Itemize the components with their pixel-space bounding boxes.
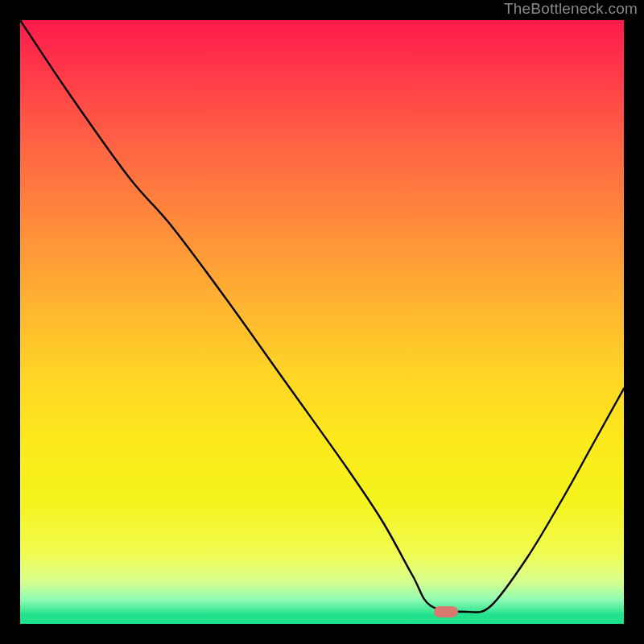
chart-frame: TheBottleneck.com (0, 0, 644, 644)
bottleneck-curve (20, 20, 624, 624)
chart-plot-area (20, 20, 624, 624)
curve-path (20, 20, 624, 613)
watermark-label: TheBottleneck.com (504, 0, 638, 18)
optimal-marker (434, 606, 458, 617)
